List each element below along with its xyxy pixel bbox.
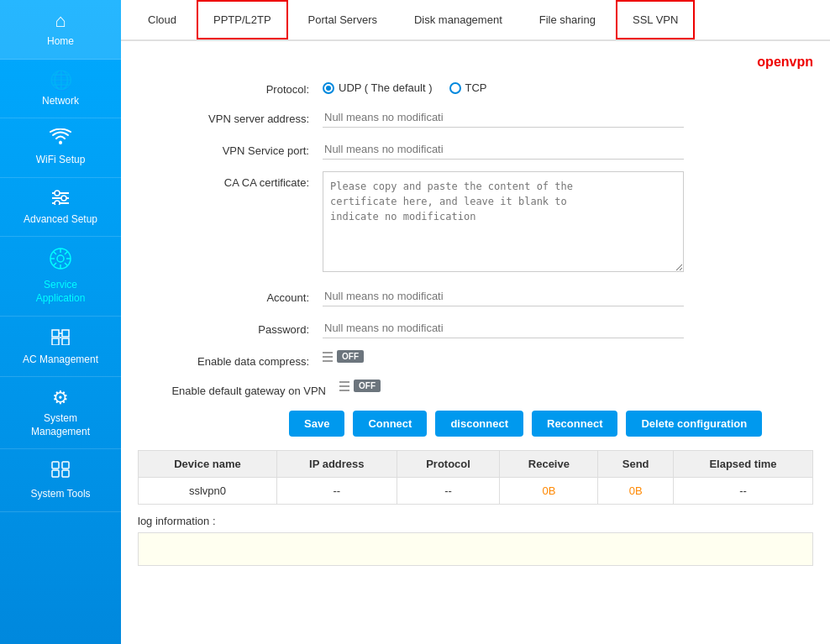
disconnect-button[interactable]: disconnect — [435, 411, 523, 437]
cell-send: 0B — [598, 478, 674, 505]
sidebar-label-advanced: Advanced Setup — [24, 213, 97, 227]
connect-button[interactable]: Connect — [353, 411, 427, 437]
sidebar-item-ac[interactable]: AC Management — [0, 317, 121, 378]
gateway-label: Enable default gateway on VPN — [138, 380, 339, 397]
svg-rect-24 — [62, 462, 69, 469]
sidebar-label-wifi: WiFi Setup — [36, 154, 86, 167]
account-row: Account: — [138, 286, 813, 306]
svg-rect-26 — [62, 470, 69, 477]
protocol-udp-label: UDP ( The default ) — [339, 81, 433, 94]
vpn-table-section: Device name IP address Protocol Receive … — [138, 450, 813, 505]
ca-cert-textarea[interactable] — [323, 171, 684, 272]
sidebar-label-ac: AC Management — [23, 353, 98, 367]
line2 — [339, 385, 349, 387]
gateway-toggle-lines — [339, 381, 349, 391]
reconnect-button[interactable]: Reconnect — [532, 411, 617, 437]
svg-point-8 — [57, 255, 64, 262]
vpn-server-control — [323, 107, 684, 128]
col-elapsed: Elapsed time — [673, 451, 812, 478]
line2 — [323, 356, 333, 358]
sidebar-item-network[interactable]: 🌐 Network — [0, 60, 121, 119]
log-label: log information : — [138, 515, 813, 527]
advanced-icon — [50, 188, 71, 210]
content-area: openvpn Protocol: UDP ( The default ) TC… — [121, 41, 830, 644]
col-protocol: Protocol — [397, 451, 500, 478]
svg-line-14 — [65, 263, 68, 266]
line3 — [339, 390, 349, 391]
vpn-port-label: VPN Service port: — [138, 139, 323, 157]
svg-point-4 — [55, 191, 60, 196]
cell-protocol: -- — [397, 478, 500, 505]
password-control — [323, 318, 684, 338]
compress-label: Enable data compress: — [138, 350, 323, 368]
gateway-row: Enable default gateway on VPN OFF — [138, 380, 813, 397]
password-input[interactable] — [323, 318, 684, 338]
vpn-table: Device name IP address Protocol Receive … — [138, 450, 813, 505]
sidebar-label-system: System Management — [31, 412, 90, 438]
system-icon: ⚙ — [52, 387, 69, 409]
svg-rect-25 — [52, 470, 59, 477]
vpn-port-control — [323, 139, 684, 160]
compress-row: Enable data compress: OFF — [138, 350, 813, 368]
ca-cert-label: CA CA certificate: — [138, 171, 323, 189]
sidebar-item-advanced[interactable]: Advanced Setup — [0, 178, 121, 238]
account-control — [323, 286, 684, 306]
tab-disk[interactable]: Disk management — [397, 0, 519, 39]
svg-rect-20 — [62, 338, 69, 345]
col-ip: IP address — [276, 451, 397, 478]
tab-pptp[interactable]: PPTP/L2TP — [197, 0, 288, 39]
main-content: Cloud PPTP/L2TP Portal Servers Disk mana… — [121, 0, 830, 644]
svg-rect-18 — [62, 330, 69, 337]
cell-elapsed: -- — [673, 478, 812, 505]
password-row: Password: — [138, 318, 813, 338]
network-icon: 🌐 — [50, 70, 72, 92]
ca-cert-control — [323, 171, 684, 275]
sidebar-label-home: Home — [47, 35, 74, 49]
save-button[interactable]: Save — [289, 411, 344, 437]
sidebar-label-tools: System Tools — [30, 488, 90, 501]
cell-device: sslvpn0 — [139, 478, 277, 505]
svg-rect-17 — [52, 330, 59, 337]
ac-icon — [49, 327, 72, 350]
protocol-tcp[interactable]: TCP — [449, 81, 487, 94]
col-send: Send — [598, 451, 674, 478]
delete-config-button[interactable]: Delete configuration — [626, 411, 762, 437]
cell-ip: -- — [276, 478, 397, 505]
tab-sslvpn[interactable]: SSL VPN — [616, 0, 695, 39]
protocol-row: Protocol: UDP ( The default ) TCP — [138, 78, 813, 96]
sidebar-item-tools[interactable]: System Tools — [0, 449, 121, 512]
radio-udp-circle — [323, 82, 334, 94]
protocol-udp[interactable]: UDP ( The default ) — [323, 81, 433, 94]
vpn-port-input[interactable] — [323, 139, 684, 160]
wifi-icon — [50, 128, 71, 150]
vpn-port-row: VPN Service port: — [138, 139, 813, 160]
password-label: Password: — [138, 318, 323, 336]
sidebar-item-wifi[interactable]: WiFi Setup — [0, 118, 121, 178]
svg-point-0 — [59, 141, 62, 144]
gateway-toggle-badge[interactable]: OFF — [354, 380, 381, 392]
protocol-options: UDP ( The default ) TCP — [323, 78, 684, 94]
log-section: log information : — [138, 515, 813, 566]
line1 — [323, 352, 333, 353]
log-box — [138, 532, 813, 566]
svg-line-13 — [54, 252, 57, 255]
sidebar-item-home[interactable]: ⌂ Home — [0, 0, 121, 60]
sidebar-label-service: Service Application — [36, 279, 86, 305]
vpn-server-input[interactable] — [323, 107, 684, 128]
compress-toggle-wrap: OFF — [323, 350, 684, 363]
tab-portal[interactable]: Portal Servers — [292, 0, 394, 39]
openvpn-label: openvpn — [138, 55, 813, 70]
line1 — [339, 381, 349, 383]
tab-filesharing[interactable]: File sharing — [523, 0, 612, 39]
svg-rect-23 — [52, 462, 59, 469]
tab-cloud[interactable]: Cloud — [131, 0, 193, 39]
action-buttons: Save Connect disconnect Reconnect Delete… — [289, 411, 813, 437]
compress-toggle-lines — [323, 352, 333, 362]
vpn-server-label: VPN server address: — [138, 107, 323, 125]
sidebar-item-system[interactable]: ⚙ System Management — [0, 377, 121, 449]
compress-toggle-badge[interactable]: OFF — [337, 350, 364, 363]
sidebar-item-service[interactable]: Service Application — [0, 237, 121, 316]
home-icon: ⌂ — [55, 10, 66, 32]
account-input[interactable] — [323, 286, 684, 306]
col-receive: Receive — [500, 451, 598, 478]
